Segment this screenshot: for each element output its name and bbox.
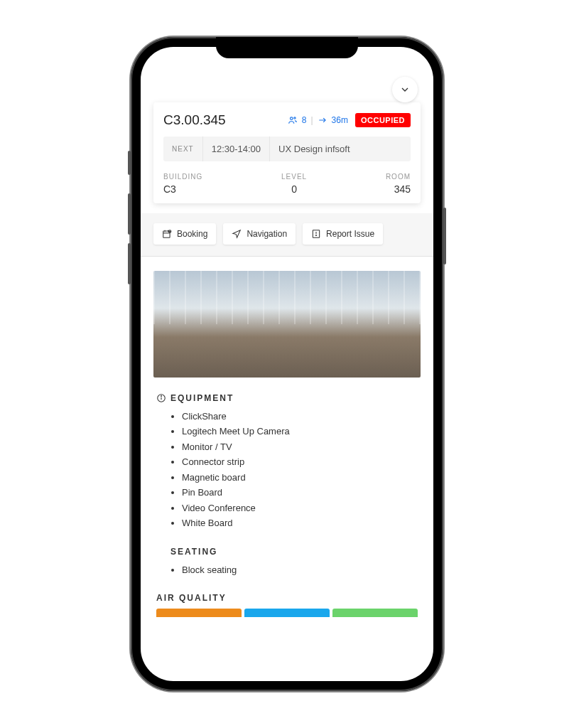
phone-notch bbox=[216, 37, 358, 58]
svg-point-1 bbox=[294, 117, 296, 119]
air-bar-green bbox=[332, 609, 418, 617]
collapse-button[interactable] bbox=[392, 77, 418, 102]
equipment-section: EQUIPMENT ClickShare Logitech Meet Up Ca… bbox=[153, 393, 421, 531]
svg-point-0 bbox=[290, 117, 293, 120]
calendar-icon bbox=[162, 229, 172, 239]
navigation-icon bbox=[232, 229, 242, 239]
side-button bbox=[128, 193, 131, 235]
air-quality-title: AIR QUALITY bbox=[156, 593, 227, 603]
distance-icon bbox=[318, 115, 327, 125]
list-item: ClickShare bbox=[182, 409, 418, 424]
next-title: UX Design infsoft bbox=[270, 136, 411, 161]
list-item: Magnetic board bbox=[182, 470, 418, 485]
building-label: BUILDING bbox=[163, 173, 202, 181]
svg-point-7 bbox=[161, 396, 162, 397]
next-time: 12:30-14:00 bbox=[203, 136, 270, 161]
distance-value: 36m bbox=[332, 115, 348, 125]
level-value: 0 bbox=[281, 183, 307, 195]
equipment-list: ClickShare Logitech Meet Up Camera Monit… bbox=[156, 409, 418, 531]
list-item: Connector strip bbox=[182, 454, 418, 469]
report-icon bbox=[311, 229, 321, 239]
seating-title: SEATING bbox=[170, 547, 217, 557]
side-button bbox=[128, 151, 131, 175]
level-label: LEVEL bbox=[281, 173, 307, 181]
seating-list: Block seating bbox=[156, 562, 418, 577]
info-icon bbox=[156, 393, 166, 403]
phone-frame: C3.00.345 8 | 36m OCCUPIED NEXT 12:30-14… bbox=[131, 37, 443, 691]
building-value: C3 bbox=[163, 183, 202, 195]
capacity-value: 8 bbox=[302, 115, 307, 125]
air-quality-bars bbox=[156, 609, 418, 617]
list-item: Video Conference bbox=[182, 500, 418, 515]
app-screen: C3.00.345 8 | 36m OCCUPIED NEXT 12:30-14… bbox=[141, 47, 433, 681]
list-item: Logitech Meet Up Camera bbox=[182, 424, 418, 439]
next-label: NEXT bbox=[163, 136, 203, 161]
side-button bbox=[128, 243, 131, 284]
room-id: C3.00.345 bbox=[163, 112, 281, 128]
list-item: Pin Board bbox=[182, 485, 418, 500]
air-bar-orange bbox=[156, 609, 242, 617]
people-icon bbox=[288, 115, 298, 125]
equipment-title: EQUIPMENT bbox=[170, 393, 234, 403]
report-label: Report Issue bbox=[326, 229, 374, 239]
booking-button[interactable]: Booking bbox=[153, 223, 216, 245]
chevron-down-icon bbox=[399, 84, 411, 95]
status-badge: OCCUPIED bbox=[355, 113, 411, 127]
navigation-label: Navigation bbox=[247, 229, 287, 239]
room-photo bbox=[153, 271, 421, 378]
booking-label: Booking bbox=[177, 229, 207, 239]
svg-point-5 bbox=[316, 235, 317, 236]
room-label: ROOM bbox=[386, 173, 411, 181]
location-row: BUILDING C3 LEVEL 0 ROOM 345 bbox=[163, 173, 411, 195]
air-bar-blue bbox=[244, 609, 330, 617]
report-issue-button[interactable]: Report Issue bbox=[303, 223, 383, 245]
action-row: Booking Navigation Report Issue bbox=[141, 213, 433, 257]
list-item: White Board bbox=[182, 515, 418, 530]
meta-divider: | bbox=[310, 115, 313, 125]
list-item: Block seating bbox=[182, 562, 418, 577]
seating-section: SEATING Block seating bbox=[153, 547, 421, 577]
room-value: 345 bbox=[386, 183, 411, 195]
room-card: C3.00.345 8 | 36m OCCUPIED NEXT 12:30-14… bbox=[153, 102, 421, 203]
list-item: Monitor / TV bbox=[182, 439, 418, 454]
next-booking-row: NEXT 12:30-14:00 UX Design infsoft bbox=[163, 136, 411, 161]
air-quality-section: AIR QUALITY bbox=[153, 593, 421, 617]
navigation-button[interactable]: Navigation bbox=[223, 223, 296, 245]
side-button bbox=[443, 208, 446, 264]
